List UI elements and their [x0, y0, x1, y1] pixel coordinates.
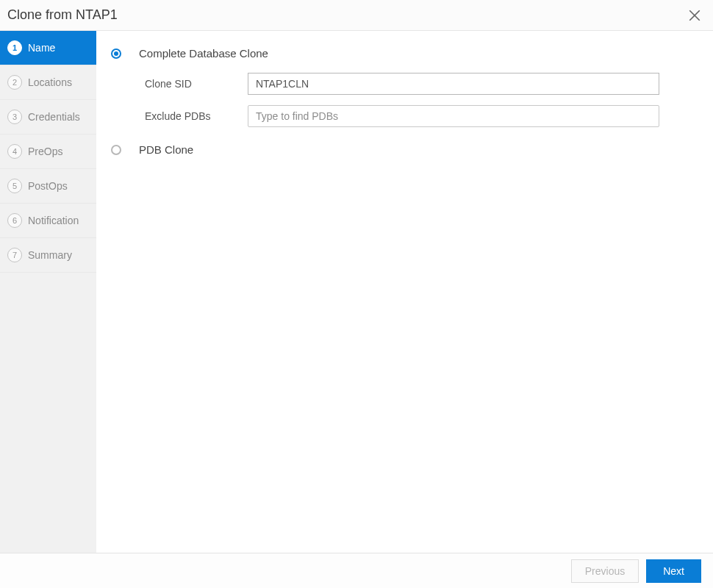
dialog-footer: Previous Next: [0, 553, 713, 588]
exclude-pdbs-label: Exclude PDBs: [145, 110, 248, 122]
wizard-step-name[interactable]: 1 Name: [0, 31, 96, 65]
step-label: PostOps: [28, 180, 68, 192]
previous-button: Previous: [571, 559, 639, 583]
wizard-step-notification[interactable]: 6 Notification: [0, 204, 96, 238]
wizard-step-credentials[interactable]: 3 Credentials: [0, 100, 96, 135]
step-label: Locations: [28, 76, 72, 88]
wizard-step-preops[interactable]: 4 PreOps: [0, 135, 96, 169]
close-icon[interactable]: [688, 9, 701, 22]
step-number: 7: [7, 248, 22, 262]
main-panel: Complete Database Clone Clone SID Exclud…: [96, 31, 713, 553]
dialog-title: Clone from NTAP1: [7, 7, 118, 23]
radio-pdb-clone[interactable]: [111, 145, 121, 155]
wizard-step-postops[interactable]: 5 PostOps: [0, 169, 96, 204]
step-label: Name: [28, 42, 55, 54]
step-label: Notification: [28, 215, 79, 226]
step-number: 3: [7, 110, 22, 124]
clone-sid-label: Clone SID: [145, 78, 248, 90]
step-label: Summary: [28, 249, 72, 261]
radio-label-complete-db-clone: Complete Database Clone: [139, 47, 268, 60]
step-number: 5: [7, 179, 22, 193]
exclude-pdbs-input[interactable]: [248, 105, 659, 127]
step-number: 1: [7, 40, 22, 55]
clone-sid-input[interactable]: [248, 73, 659, 95]
step-number: 4: [7, 144, 22, 159]
next-button[interactable]: Next: [646, 559, 701, 583]
step-label: PreOps: [28, 146, 62, 157]
wizard-sidebar: 1 Name 2 Locations 3 Credentials 4 PreOp…: [0, 31, 96, 553]
radio-complete-db-clone[interactable]: [111, 49, 121, 59]
wizard-step-locations[interactable]: 2 Locations: [0, 65, 96, 100]
step-number: 2: [7, 75, 22, 90]
wizard-step-summary[interactable]: 7 Summary: [0, 238, 96, 273]
step-label: Credentials: [28, 111, 80, 123]
step-number: 6: [7, 213, 22, 228]
radio-label-pdb-clone: PDB Clone: [139, 143, 193, 156]
